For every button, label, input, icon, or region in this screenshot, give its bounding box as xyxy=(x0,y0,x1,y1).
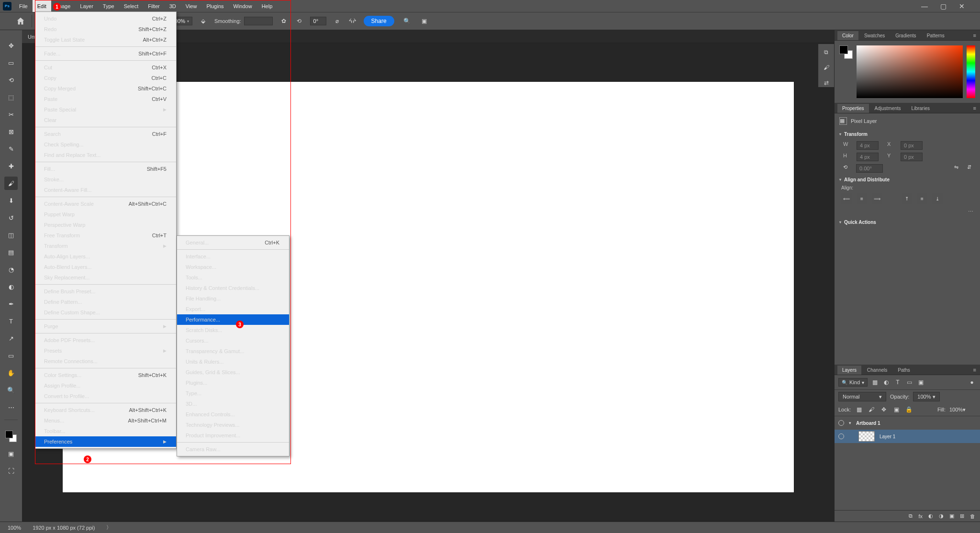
minimize-button[interactable]: ― xyxy=(921,2,928,10)
layer-fx-icon[interactable]: fx xyxy=(918,513,923,519)
align-hcenter-icon[interactable]: ≡ xyxy=(857,193,867,204)
menu-item-preferences[interactable]: Preferences▶ xyxy=(35,436,176,447)
search-icon[interactable]: 🔍 xyxy=(403,17,412,25)
menu-filter[interactable]: Filter xyxy=(143,0,164,12)
layer-artboard[interactable]: ▾ Artboard 1 xyxy=(835,416,980,430)
move-tool[interactable]: ✥ xyxy=(4,39,18,52)
menu-type[interactable]: Type xyxy=(98,0,119,12)
transform-h[interactable]: 4 px xyxy=(857,153,879,161)
menu-item-3d[interactable]: 3D... xyxy=(177,399,289,409)
group-icon[interactable]: ▣ xyxy=(949,513,954,519)
history-brush-tool[interactable]: ↺ xyxy=(4,211,18,224)
menu-item-toolbar[interactable]: Toolbar... xyxy=(35,426,176,436)
adjustment-layer-icon[interactable]: ◑ xyxy=(939,513,944,519)
menu-item-keyboard-shortcuts[interactable]: Keyboard Shortcuts...Alt+Shift+Ctrl+K xyxy=(35,405,176,415)
hand-tool[interactable]: ✋ xyxy=(4,366,18,379)
tab-layers[interactable]: Layers xyxy=(837,366,861,375)
menu-item-file-handling[interactable]: File Handling... xyxy=(177,293,289,304)
eraser-tool[interactable]: ◫ xyxy=(4,228,18,242)
menu-item-paste-special[interactable]: Paste Special▶ xyxy=(35,104,176,115)
menu-item-general[interactable]: General...Ctrl+K xyxy=(177,237,289,248)
lock-transparent-icon[interactable]: ▦ xyxy=(855,405,863,414)
menu-file[interactable]: File xyxy=(14,0,33,12)
blur-tool[interactable]: ◔ xyxy=(4,263,18,276)
share-button[interactable]: Share xyxy=(364,16,394,26)
visibility-icon[interactable] xyxy=(838,420,844,426)
transform-y[interactable]: 0 px xyxy=(901,153,923,161)
layer-mask-icon[interactable]: ◐ xyxy=(928,513,933,519)
tab-channels[interactable]: Channels xyxy=(862,366,892,375)
tab-swatches[interactable]: Swatches xyxy=(859,31,890,40)
menu-3d[interactable]: 3D xyxy=(165,0,181,12)
brush-angle[interactable]: 0° xyxy=(310,17,326,25)
screen-mode-icon[interactable]: ⛶ xyxy=(4,464,18,477)
more-icon[interactable]: ⋯ xyxy=(968,209,973,214)
menu-item-search[interactable]: SearchCtrl+F xyxy=(35,129,176,139)
adjustments-panel-icon[interactable]: ⇄ xyxy=(822,78,831,87)
menu-help[interactable]: Help xyxy=(257,0,278,12)
menu-item-technology-previews[interactable]: Technology Previews... xyxy=(177,420,289,430)
menu-item-product-improvement[interactable]: Product Improvement... xyxy=(177,430,289,441)
menu-item-export[interactable]: Export... xyxy=(177,304,289,314)
menu-item-performance[interactable]: Performance... xyxy=(177,314,289,325)
link-layers-icon[interactable]: ⧉ xyxy=(909,513,913,519)
menu-item-transform[interactable]: Transform▶ xyxy=(35,241,176,251)
menu-item-units-rulers[interactable]: Units & Rulers... xyxy=(177,356,289,367)
menu-item-stroke[interactable]: Stroke... xyxy=(35,174,176,185)
menu-item-presets[interactable]: Presets▶ xyxy=(35,345,176,356)
menu-item-workspace[interactable]: Workspace... xyxy=(177,262,289,272)
align-section[interactable]: Align and Distribute xyxy=(835,174,980,185)
menu-item-puppet-warp[interactable]: Puppet Warp xyxy=(35,209,176,220)
menu-item-interface[interactable]: Interface... xyxy=(177,251,289,262)
menu-edit[interactable]: Edit xyxy=(33,0,51,12)
menu-item-free-transform[interactable]: Free TransformCtrl+T xyxy=(35,230,176,241)
menu-item-assign-profile[interactable]: Assign Profile... xyxy=(35,380,176,391)
menu-plugins[interactable]: Plugins xyxy=(201,0,228,12)
filter-smart-icon[interactable]: ▣ xyxy=(916,378,925,387)
edit-toolbar[interactable]: ⋯ xyxy=(4,400,18,414)
menu-view[interactable]: View xyxy=(181,0,202,12)
flip-h-icon[interactable]: ⇋ xyxy=(954,164,958,173)
frame-tool[interactable]: ⊠ xyxy=(4,125,18,138)
filter-shape-icon[interactable]: ▭ xyxy=(905,378,913,387)
align-right-icon[interactable]: ⟹ xyxy=(872,193,882,204)
type-tool[interactable]: T xyxy=(4,314,18,328)
transform-x[interactable]: 0 px xyxy=(901,141,923,150)
panel-menu-icon[interactable]: ≡ xyxy=(969,365,980,375)
quick-actions-section[interactable]: Quick Actions xyxy=(835,217,980,228)
filter-type-icon[interactable]: T xyxy=(893,378,902,387)
menu-item-copy[interactable]: CopyCtrl+C xyxy=(35,73,176,83)
transform-angle[interactable]: 0.00° xyxy=(856,164,883,173)
status-chevron-icon[interactable]: 〉 xyxy=(106,524,111,531)
menu-window[interactable]: Window xyxy=(229,0,257,12)
menu-item-check-spelling[interactable]: Check Spelling... xyxy=(35,139,176,150)
eyedropper-tool[interactable]: ✎ xyxy=(4,142,18,155)
align-bottom-icon[interactable]: ⤓ xyxy=(932,193,943,204)
menu-image[interactable]: Image xyxy=(51,0,76,12)
tab-properties[interactable]: Properties xyxy=(837,104,869,113)
align-vcenter-icon[interactable]: ≡ xyxy=(917,193,927,204)
menu-item-define-brush-preset[interactable]: Define Brush Preset... xyxy=(35,286,176,297)
transform-w[interactable]: 4 px xyxy=(857,141,879,150)
menu-layer[interactable]: Layer xyxy=(75,0,98,12)
shape-tool[interactable]: ▭ xyxy=(4,349,18,362)
blend-mode-select[interactable]: Normal▾ xyxy=(838,392,886,401)
lock-artboard-icon[interactable]: ▣ xyxy=(892,405,901,414)
menu-item-history-content-credentials[interactable]: History & Content Credentials... xyxy=(177,283,289,293)
lock-all-icon[interactable]: 🔒 xyxy=(904,405,913,414)
brush-panel-icon[interactable]: 🖌 xyxy=(822,63,831,72)
panel-menu-icon[interactable]: ≡ xyxy=(969,103,980,113)
quick-mask-icon[interactable]: ▣ xyxy=(4,447,18,460)
flip-v-icon[interactable]: ⇵ xyxy=(967,164,971,173)
gradient-tool[interactable]: ▤ xyxy=(4,245,18,259)
menu-item-camera-raw[interactable]: Camera Raw... xyxy=(177,444,289,455)
close-button[interactable]: ✕ xyxy=(959,2,965,10)
menu-item-tools[interactable]: Tools... xyxy=(177,272,289,283)
home-icon[interactable] xyxy=(16,17,25,25)
delete-layer-icon[interactable]: 🗑 xyxy=(970,513,975,519)
layer-filter-kind[interactable]: 🔍 Kind ▾ xyxy=(838,378,868,387)
menu-item-convert-to-profile[interactable]: Convert to Profile... xyxy=(35,391,176,401)
menu-item-menus[interactable]: Menus...Alt+Shift+Ctrl+M xyxy=(35,415,176,426)
menu-item-type[interactable]: Type... xyxy=(177,388,289,399)
menu-item-remote-connections[interactable]: Remote Connections... xyxy=(35,356,176,366)
